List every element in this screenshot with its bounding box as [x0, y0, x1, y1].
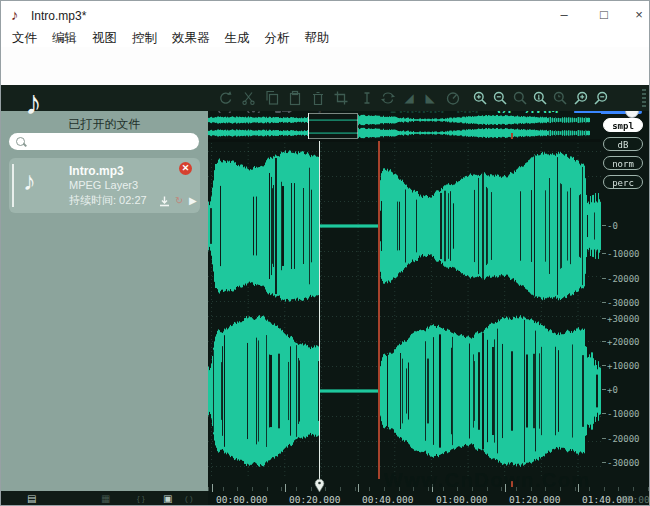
axis-label: +30000 — [607, 314, 640, 324]
search-icon — [16, 137, 25, 146]
loop-region-icon[interactable] — [380, 90, 396, 106]
axis-label: +20000 — [607, 337, 640, 347]
zoom-selection-icon[interactable] — [532, 90, 548, 106]
app-icon: ♪ — [11, 6, 19, 23]
unit-button-db[interactable]: dB — [603, 137, 643, 151]
minimize-button[interactable]: – — [550, 6, 578, 24]
transport-toolbar: i 44.1 kHz stereo -0000:00:54.460 — [1, 47, 649, 85]
fade-in-icon[interactable]: ◢ — [401, 90, 417, 106]
file-name: Intro.mp3 — [69, 164, 124, 178]
axis-label: +0 — [607, 385, 618, 395]
toolbar-grip[interactable] — [642, 89, 646, 107]
search-input[interactable] — [31, 134, 195, 150]
menu-edit[interactable]: 编辑 — [52, 30, 77, 47]
gain-icon[interactable] — [445, 90, 461, 106]
zoom-in-icon[interactable] — [472, 90, 488, 106]
axis-label: +10000 — [607, 361, 640, 371]
file-play-icon[interactable]: ▶ — [189, 195, 197, 206]
timeline-label: 01:20.000 — [509, 494, 560, 505]
overview-selection-box — [308, 113, 358, 139]
trim-icon[interactable] — [333, 90, 349, 106]
playhead-line[interactable] — [319, 141, 320, 479]
window-title: Intro.mp3* — [31, 9, 86, 23]
timeline-label: 01:00.000 — [436, 494, 487, 505]
playhead-pin[interactable] — [314, 478, 325, 493]
waveform-view[interactable] — [208, 113, 601, 479]
timeline-tick — [285, 484, 286, 492]
axis-label: -20000 — [607, 434, 640, 444]
unit-button-smpl[interactable]: smpl — [603, 118, 643, 132]
file-download-icon[interactable] — [159, 196, 170, 207]
timeline-label: 02:00.000 — [621, 494, 650, 505]
axis-label: -20000 — [607, 274, 640, 284]
vertical-zoom-in-icon[interactable] — [573, 90, 589, 106]
axis-label: -0 — [607, 221, 618, 231]
menu-bar: 文件 编辑 视图 控制 效果器 生成 分析 帮助 — [1, 29, 650, 47]
menu-effects[interactable]: 效果器 — [172, 30, 210, 47]
copy-icon[interactable] — [264, 90, 280, 106]
keyboard-icon[interactable]: ▦ — [101, 493, 110, 504]
zoom-time-icon[interactable] — [552, 90, 568, 106]
timeline-tick — [358, 484, 359, 492]
files-panel: 已打开的文件 ♪ Intro.mp3 MPEG Layer3 持续时间: 02:… — [1, 111, 208, 491]
file-format: MPEG Layer3 — [69, 179, 138, 191]
selection-tool-icon[interactable] — [359, 90, 375, 106]
watermark: Www.CnDown.Com — [384, 469, 591, 492]
timeline-label: 00:40.000 — [362, 494, 413, 505]
axis-label: -30000 — [607, 458, 640, 468]
file-search[interactable] — [9, 133, 199, 150]
preview-panel-icon[interactable]: ▣ — [163, 493, 172, 504]
fade-out-icon[interactable]: ◣ — [422, 90, 438, 106]
braces-icon[interactable]: { } — [137, 494, 145, 503]
menu-control[interactable]: 控制 — [132, 30, 157, 47]
paste-icon[interactable] — [287, 90, 303, 106]
close-button[interactable]: × — [625, 6, 650, 24]
vertical-zoom-out-icon[interactable] — [593, 90, 609, 106]
timeline-tick — [212, 484, 213, 492]
files-panel-tab-icon[interactable]: ♪ — [25, 83, 42, 122]
overview-cursor — [308, 113, 309, 139]
file-card[interactable]: ♪ Intro.mp3 MPEG Layer3 持续时间: 02:27 ✕ ↻ … — [9, 158, 200, 213]
marker-line[interactable] — [378, 141, 380, 479]
timeline-label: 00:00.000 — [216, 494, 267, 505]
menu-help[interactable]: 帮助 — [305, 30, 330, 47]
panel-status-bar: ▤ ▦ { } ▣ ( ) — [1, 491, 208, 506]
zoom-out-icon[interactable] — [492, 90, 508, 106]
title-bar: ♪ Intro.mp3* – □ × — [1, 1, 649, 29]
timeline-label: 00:20.000 — [289, 494, 340, 505]
menu-generate[interactable]: 生成 — [225, 30, 250, 47]
menu-analyze[interactable]: 分析 — [265, 30, 290, 47]
ocenaudio-window: ♪ Intro.mp3* – □ × 文件 编辑 视图 控制 效果器 生成 分析… — [0, 0, 650, 506]
file-close-button[interactable]: ✕ — [179, 162, 192, 175]
file-note-icon: ♪ — [23, 166, 36, 197]
parens-icon[interactable]: ( ) — [185, 494, 193, 503]
file-loop-icon[interactable]: ↻ — [175, 195, 183, 206]
maximize-button[interactable]: □ — [590, 6, 618, 24]
unit-button-perc[interactable]: perc — [603, 175, 643, 189]
delete-icon[interactable] — [310, 90, 326, 106]
file-duration: 持续时间: 02:27 — [69, 193, 147, 208]
list-view-icon[interactable]: ▤ — [27, 493, 36, 504]
menu-view[interactable]: 视图 — [92, 30, 117, 47]
axis-label: -10000 — [607, 249, 640, 259]
unit-button-norm[interactable]: norm — [603, 156, 643, 170]
zoom-full-icon[interactable] — [512, 90, 528, 106]
redo-icon[interactable] — [217, 90, 233, 106]
axis-label: -10000 — [607, 409, 640, 419]
menu-file[interactable]: 文件 — [12, 30, 37, 47]
axis-label: -30000 — [607, 298, 640, 308]
cut-icon[interactable] — [241, 90, 257, 106]
file-card-accent — [12, 164, 14, 207]
